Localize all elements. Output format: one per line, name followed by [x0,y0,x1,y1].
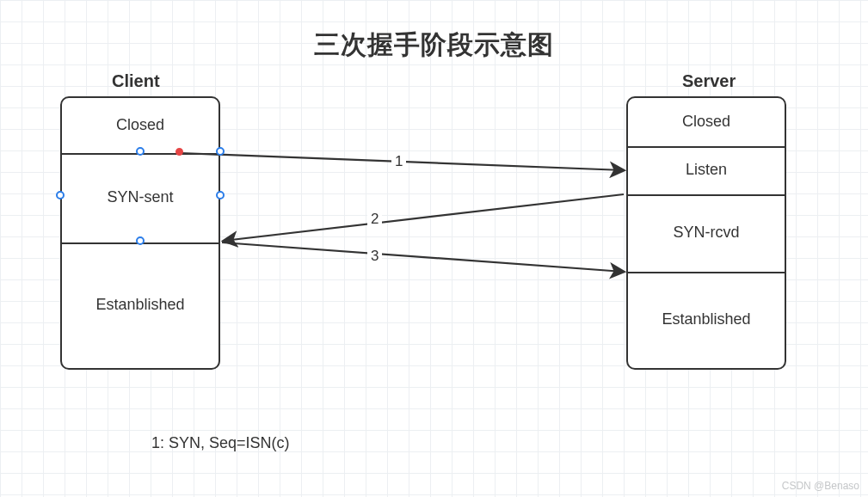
anchor-dot [216,191,225,199]
arrow-3 [222,242,624,272]
diagram-title: 三次握手阶段示意图 [0,28,868,63]
server-state-syn-rcvd: SYN-rcvd [628,194,785,272]
anchor-dot [136,236,145,245]
server-state-closed: Closed [628,98,785,146]
client-heading: Client [112,71,160,91]
anchor-dot [216,147,225,156]
anchor-dot [136,147,145,156]
server-box: Closed Listen SYN-rcvd Estanblished [626,96,786,370]
arrow-label-3: 3 [367,248,382,265]
selection-dot [175,148,183,156]
diagram-layer: 三次握手阶段示意图 Client Server Closed SYN-sent … [0,0,868,497]
server-heading: Server [682,71,736,91]
server-state-listen: Listen [628,146,785,194]
client-state-closed: Closed [62,98,219,153]
legend: 1: SYN, Seq=ISN(c) 2: SYN+ACK, Seq=ISN(s… [151,387,437,497]
arrow-label-2: 2 [367,211,382,228]
legend-line-1: 1: SYN, Seq=ISN(c) [151,432,437,454]
arrow-2 [224,194,624,241]
client-state-established: Estanblished [62,242,219,368]
client-state-syn-sent: SYN-sent [62,153,219,242]
arrow-label-1: 1 [391,153,406,170]
watermark: CSDN @Benaso [782,480,859,492]
server-state-established: Estanblished [628,272,785,368]
anchor-dot [56,191,65,199]
client-box: Closed SYN-sent Estanblished [60,96,220,370]
